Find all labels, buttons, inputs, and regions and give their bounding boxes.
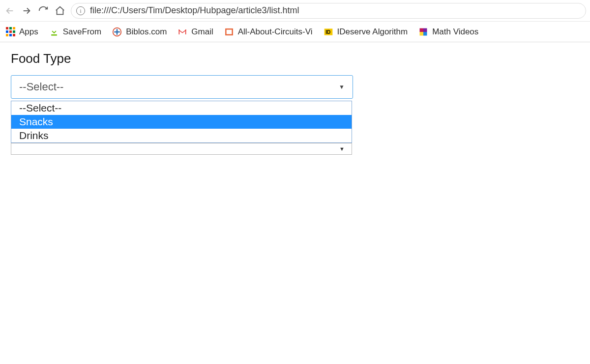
svg-rect-7 [420,32,424,36]
dropdown-option-drinks[interactable]: Drinks [11,129,352,142]
food-type-select-wrapper: --Select-- ▼ --Select-- Snacks Drinks ▼ [11,75,353,155]
square-outline-icon [224,27,234,37]
home-button[interactable] [54,5,66,17]
reload-icon [38,5,49,16]
bookmark-circuits[interactable]: All-About-Circuits-Vi [224,27,313,37]
food-type-dropdown-panel: --Select-- Snacks Drinks [11,101,352,143]
address-bar[interactable]: i file:///C:/Users/Tim/Desktop/Hubpage/a… [71,3,586,19]
secondary-select[interactable]: ▼ [11,143,352,155]
chevron-down-icon: ▼ [339,146,345,152]
svg-text:ID: ID [325,29,330,35]
svg-rect-6 [423,28,427,32]
bookmark-mathvideos[interactable]: Math Videos [418,27,478,37]
bookmark-biblos[interactable]: Biblos.com [112,27,167,37]
arrow-right-icon [21,5,32,16]
select-current-value: --Select-- [19,81,63,93]
bookmarks-bar: Apps SaveFrom Biblos.com Gmail All-About… [0,22,590,42]
apps-label: Apps [19,27,38,37]
download-arrow-icon [49,27,59,37]
dropdown-option-select[interactable]: --Select-- [11,101,352,115]
colored-squares-icon [418,27,428,37]
bookmark-label: Math Videos [432,27,478,37]
svg-rect-2 [226,29,232,35]
bookmark-gmail[interactable]: Gmail [177,27,213,37]
reload-button[interactable] [37,5,49,17]
arrow-left-icon [4,5,15,16]
home-icon [55,5,65,16]
info-icon[interactable]: i [76,6,85,15]
bookmark-label: All-About-Circuits-Vi [238,27,313,37]
svg-rect-0 [51,34,57,36]
chevron-down-icon: ▼ [339,84,345,90]
page-title: Food Type [11,51,579,66]
gmail-icon [177,27,187,37]
bookmark-label: IDeserve Algorithm [337,27,408,37]
browser-nav-toolbar: i file:///C:/Users/Tim/Desktop/Hubpage/a… [0,0,590,22]
url-text[interactable]: file:///C:/Users/Tim/Desktop/Hubpage/art… [90,5,299,16]
id-badge-icon: ID [324,27,333,37]
bookmark-ideserve[interactable]: ID IDeserve Algorithm [324,27,408,37]
bookmark-label: Biblos.com [126,27,167,37]
svg-rect-5 [420,28,424,32]
page-content: Food Type --Select-- ▼ --Select-- Snacks… [0,42,590,164]
bookmark-label: SaveFrom [63,27,101,37]
apps-button[interactable]: Apps [6,27,38,37]
dropdown-option-snacks[interactable]: Snacks [11,115,352,129]
food-type-select[interactable]: --Select-- ▼ [11,75,353,99]
bookmark-savefrom[interactable]: SaveFrom [49,27,101,37]
forward-button[interactable] [21,5,32,17]
apps-grid-icon [6,27,15,36]
back-button[interactable] [4,5,16,17]
cross-circle-icon [112,27,122,37]
svg-rect-8 [423,32,427,36]
bookmark-label: Gmail [191,27,213,37]
